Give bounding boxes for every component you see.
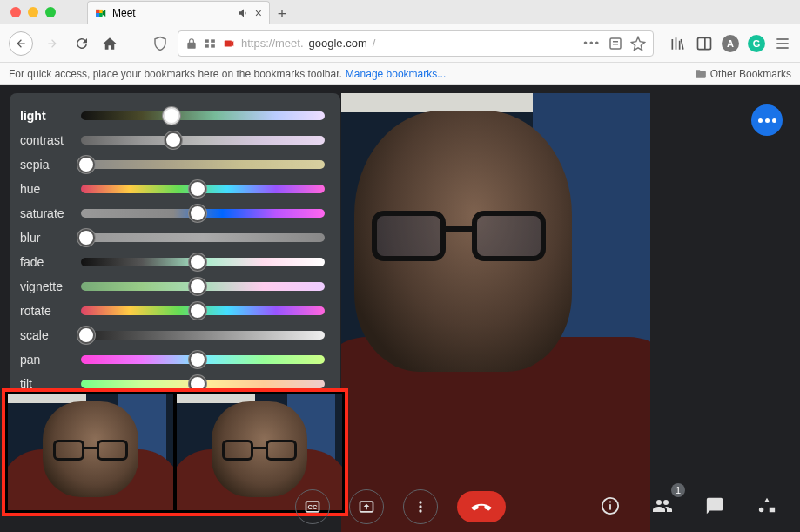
page-actions-icon[interactable]: ••• xyxy=(583,37,601,50)
chat-button[interactable] xyxy=(697,488,732,523)
account-icon[interactable]: A xyxy=(722,35,739,52)
home-button[interactable] xyxy=(99,33,120,54)
slider-track-light[interactable] xyxy=(81,111,325,120)
camera-indicator-icon[interactable] xyxy=(222,37,236,50)
url-prefix: https://meet. xyxy=(241,37,304,50)
slider-track-blur[interactable] xyxy=(81,233,325,242)
svg-rect-21 xyxy=(609,502,611,503)
slider-thumb[interactable] xyxy=(165,131,182,149)
activities-button[interactable] xyxy=(750,488,784,523)
slider-thumb[interactable] xyxy=(189,351,206,368)
participants-count-badge: 1 xyxy=(671,483,685,497)
close-window-icon[interactable] xyxy=(10,7,21,17)
slider-track-pan[interactable] xyxy=(81,355,325,364)
extension-icon[interactable]: G xyxy=(748,35,765,52)
permissions-icon[interactable] xyxy=(203,37,217,50)
slider-row-vignette: vignette xyxy=(20,274,325,299)
tab-close-icon[interactable]: × xyxy=(255,7,262,19)
other-bookmarks-button[interactable]: Other Bookmarks xyxy=(695,68,791,80)
slider-row-sepia: sepia xyxy=(20,152,325,177)
url-host: google.com xyxy=(309,37,367,50)
browser-toolbar: https://meet.google.com/ ••• A G xyxy=(0,24,800,63)
svg-rect-5 xyxy=(205,44,209,48)
svg-rect-3 xyxy=(96,9,99,12)
manage-bookmarks-link[interactable]: Manage bookmarks... xyxy=(346,68,446,80)
meet-bottom-bar: CC 1 xyxy=(0,481,800,532)
slider-thumb[interactable] xyxy=(189,205,206,222)
svg-point-17 xyxy=(419,505,421,508)
slider-label: light xyxy=(20,109,81,123)
svg-rect-7 xyxy=(211,44,215,48)
slider-track-fade[interactable] xyxy=(81,258,325,266)
slider-track-saturate[interactable] xyxy=(81,209,325,218)
hangup-button[interactable] xyxy=(457,491,506,522)
slider-thumb[interactable] xyxy=(77,156,95,173)
slider-row-pan: pan xyxy=(20,347,325,372)
shield-icon[interactable] xyxy=(150,33,171,54)
slider-track-vignette[interactable] xyxy=(81,282,325,291)
slider-label: contrast xyxy=(20,133,81,147)
slider-row-contrast: contrast xyxy=(20,128,325,152)
url-bar[interactable]: https://meet.google.com/ ••• xyxy=(178,30,654,57)
slider-thumb[interactable] xyxy=(189,278,206,295)
svg-rect-20 xyxy=(609,504,611,509)
reload-button[interactable] xyxy=(71,33,92,54)
slider-row-saturate: saturate xyxy=(20,201,325,226)
slider-track-sepia[interactable] xyxy=(81,160,325,169)
folder-icon xyxy=(695,68,707,80)
slider-row-rotate: rotate xyxy=(20,299,325,323)
camera-filters-panel: lightcontrastsepiahuesaturateblurfadevig… xyxy=(10,93,340,401)
slider-row-light: light xyxy=(20,104,325,128)
slider-label: saturate xyxy=(20,206,81,220)
slider-thumb[interactable] xyxy=(189,302,206,320)
slider-label: vignette xyxy=(20,279,81,293)
sidebar-icon[interactable] xyxy=(696,35,713,52)
participants-button[interactable]: 1 xyxy=(645,488,680,523)
menu-icon[interactable] xyxy=(774,35,791,52)
meeting-details-button[interactable] xyxy=(593,488,628,523)
slider-row-fade: fade xyxy=(20,250,325,274)
slider-thumb[interactable] xyxy=(189,253,206,271)
slider-label: sepia xyxy=(20,158,81,172)
slider-thumb[interactable] xyxy=(77,229,95,246)
slider-thumb[interactable] xyxy=(77,327,95,344)
slider-label: fade xyxy=(20,255,81,269)
minimize-window-icon[interactable] xyxy=(28,7,38,17)
slider-label: hue xyxy=(20,182,81,196)
library-icon[interactable] xyxy=(669,35,687,52)
meet-favicon-icon xyxy=(95,7,107,19)
browser-tab[interactable]: Meet × xyxy=(87,1,270,24)
more-options-button[interactable] xyxy=(751,104,783,136)
slider-track-contrast[interactable] xyxy=(81,136,325,145)
slider-track-hue[interactable] xyxy=(81,185,325,193)
svg-rect-6 xyxy=(211,39,215,43)
bookmark-star-icon[interactable] xyxy=(630,36,646,51)
bookmarks-hint: For quick access, place your bookmarks h… xyxy=(9,68,342,80)
slider-row-blur: blur xyxy=(20,226,325,250)
tab-strip: Meet × + xyxy=(0,0,800,24)
slider-track-scale[interactable] xyxy=(81,331,325,340)
svg-text:CC: CC xyxy=(307,503,317,511)
bookmarks-bar: For quick access, place your bookmarks h… xyxy=(0,63,800,85)
slider-thumb[interactable] xyxy=(163,107,180,125)
slider-thumb[interactable] xyxy=(189,180,206,198)
present-button[interactable] xyxy=(349,489,384,524)
new-tab-button[interactable]: + xyxy=(270,5,294,24)
meet-app: lightcontrastsepiahuesaturateblurfadevig… xyxy=(0,85,800,532)
tab-audio-icon[interactable] xyxy=(238,7,250,19)
svg-point-16 xyxy=(419,501,421,503)
svg-point-18 xyxy=(419,509,421,512)
more-button[interactable] xyxy=(403,489,438,524)
forward-button xyxy=(40,31,64,56)
back-button[interactable] xyxy=(9,31,33,56)
zoom-window-icon[interactable] xyxy=(45,7,56,17)
slider-track-rotate[interactable] xyxy=(81,306,325,315)
slider-label: scale xyxy=(20,328,81,342)
url-path: / xyxy=(373,37,376,50)
slider-label: rotate xyxy=(20,304,81,318)
slider-label: pan xyxy=(20,353,81,367)
window-controls xyxy=(10,7,56,17)
captions-button[interactable]: CC xyxy=(295,489,330,524)
reader-mode-icon[interactable] xyxy=(608,36,623,51)
slider-track-tilt[interactable] xyxy=(81,380,325,388)
